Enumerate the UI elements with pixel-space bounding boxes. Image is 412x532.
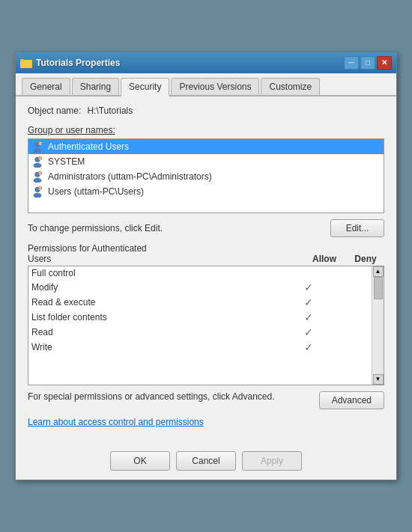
svg-point-16 <box>34 192 42 197</box>
maximize-button[interactable]: □ <box>360 56 375 70</box>
learn-link[interactable]: Learn about access control and permissio… <box>28 417 384 427</box>
properties-window: Tutorials Properties ─ □ ✕ General Shari… <box>15 52 397 480</box>
permission-row: Modify ✓ <box>28 280 372 295</box>
permission-row: List folder contents ✓ <box>28 310 372 325</box>
tab-bar: General Sharing Security Previous Versio… <box>16 73 396 97</box>
user-name: Users (uttam-PC\Users) <box>48 186 144 197</box>
permission-row: Full control <box>28 266 372 280</box>
permission-row: Write ✓ <box>28 340 372 355</box>
permission-name: List folder contents <box>31 312 286 322</box>
object-name-row: Object name: H:\Tutorials <box>28 106 384 116</box>
user-icon: R <box>31 141 43 153</box>
group-user-names-label: Group or user names: <box>28 125 384 135</box>
title-bar: Tutorials Properties ─ □ ✕ <box>16 52 396 73</box>
title-bar-left: Tutorials Properties <box>20 57 120 69</box>
tab-sharing[interactable]: Sharing <box>72 78 119 95</box>
deny-column-header: Deny <box>347 254 384 264</box>
edit-row: To change permissions, click Edit. Edit.… <box>28 219 384 237</box>
close-button[interactable]: ✕ <box>377 56 392 70</box>
allow-check-2: ✓ <box>286 296 331 308</box>
allow-check-4: ✓ <box>286 326 331 338</box>
allow-check-1: ✓ <box>286 281 331 293</box>
scroll-thumb[interactable] <box>374 277 383 299</box>
user-icon: R <box>31 186 43 198</box>
object-name-label: Object name: <box>28 106 81 116</box>
cancel-button[interactable]: Cancel <box>176 451 236 471</box>
edit-help-text: To change permissions, click Edit. <box>28 223 163 233</box>
user-name: SYSTEM <box>48 156 85 167</box>
svg-point-8 <box>34 162 42 167</box>
scroll-up-arrow[interactable]: ▲ <box>373 266 384 277</box>
permission-name: Modify <box>31 282 286 293</box>
advanced-button[interactable]: Advanced <box>319 391 384 409</box>
window-title: Tutorials Properties <box>36 58 120 68</box>
allow-check-3: ✓ <box>286 311 331 323</box>
advanced-help-text: For special permissions or advanced sett… <box>28 391 313 402</box>
user-item[interactable]: R Authenticated Users <box>28 139 384 154</box>
window-icon <box>20 57 32 69</box>
scroll-track[interactable] <box>373 277 384 374</box>
svg-point-12 <box>34 177 42 182</box>
user-item[interactable]: R SYSTEM <box>28 154 384 169</box>
apply-button[interactable]: Apply <box>242 451 302 471</box>
permission-name: Write <box>31 342 286 352</box>
svg-point-4 <box>34 147 42 152</box>
user-item[interactable]: R Users (uttam-PC\Users) <box>28 184 384 199</box>
user-name: Administrators (uttam-PC\Administrators) <box>48 171 212 182</box>
bottom-buttons: OK Cancel Apply <box>16 445 396 480</box>
permission-row: Read ✓ <box>28 325 372 340</box>
user-item[interactable]: R Administrators (uttam-PC\Administrator… <box>28 169 384 184</box>
permission-name: Full control <box>31 268 286 278</box>
allow-column-header: Allow <box>302 254 347 264</box>
user-name: Authenticated Users <box>48 141 129 152</box>
title-controls: ─ □ ✕ <box>344 56 392 70</box>
permission-name: Read & execute <box>31 297 286 308</box>
tab-customize[interactable]: Customize <box>261 78 320 95</box>
edit-button[interactable]: Edit... <box>330 219 384 237</box>
allow-check-5: ✓ <box>286 341 331 353</box>
permission-name: Read <box>31 327 286 337</box>
advanced-row: For special permissions or advanced sett… <box>28 391 384 409</box>
ok-button[interactable]: OK <box>110 451 170 471</box>
tab-general[interactable]: General <box>22 78 70 95</box>
user-icon: R <box>31 156 43 168</box>
user-icon: R <box>31 171 43 183</box>
svg-rect-2 <box>20 59 24 61</box>
scroll-down-arrow[interactable]: ▼ <box>373 374 384 385</box>
permissions-table: Full control Modify ✓ Read & execute ✓ L… <box>28 266 384 385</box>
tab-content: Object name: H:\Tutorials Group or user … <box>16 97 396 445</box>
permission-row: Read & execute ✓ <box>28 295 372 310</box>
permissions-scrollbar[interactable]: ▲ ▼ <box>372 266 384 385</box>
user-list[interactable]: R Authenticated Users R SYSTEM R <box>28 138 384 213</box>
object-name-value: H:\Tutorials <box>87 106 133 116</box>
tab-previous-versions[interactable]: Previous Versions <box>171 78 259 95</box>
permissions-header: Permissions for Authenticated Users Allo… <box>28 243 384 264</box>
tab-security[interactable]: Security <box>121 78 169 97</box>
minimize-button[interactable]: ─ <box>344 56 359 70</box>
